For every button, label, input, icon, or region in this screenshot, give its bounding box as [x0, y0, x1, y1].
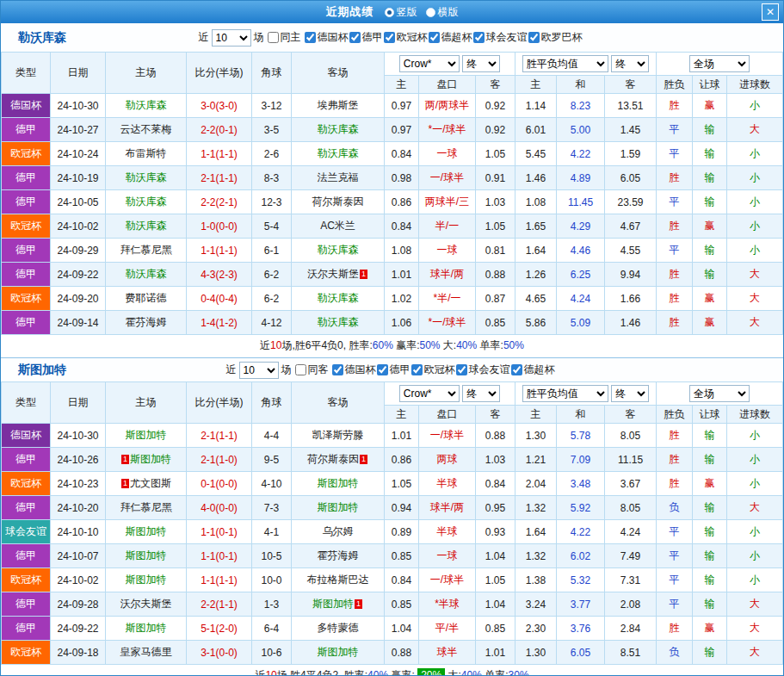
asian-odds-filter-cell: Crow* 终 — [385, 382, 515, 406]
same-side-checkbox[interactable]: 同客 — [294, 363, 329, 377]
league-checkbox[interactable]: 德甲 — [349, 30, 383, 45]
recent-count-select[interactable]: 10 — [239, 362, 279, 379]
scope-select[interactable]: 全场 — [689, 385, 750, 402]
recent-count-select[interactable]: 10 — [212, 29, 251, 47]
league-checkbox-input[interactable] — [349, 32, 361, 43]
league-checkbox[interactable]: 德超杯 — [428, 30, 472, 45]
corner-cell: 5-4 — [252, 214, 292, 239]
league-checkbox[interactable]: 球会友谊 — [472, 30, 528, 45]
team-link: 斯图加特 — [318, 477, 359, 489]
result-cell: 胜 — [657, 311, 693, 335]
euro-draw-odds-cell: 6.05 — [557, 641, 605, 665]
league-checkbox-input[interactable] — [528, 32, 540, 43]
result-cell: 胜 — [657, 263, 693, 287]
handicap-cell: 一/球半 — [419, 424, 476, 448]
asian-away-odds-cell: 0.95 — [476, 496, 515, 520]
col-header-asian-away: 客 — [476, 406, 515, 424]
league-checkbox-input[interactable] — [305, 32, 316, 43]
layout-radio-0[interactable]: 竖版 — [385, 5, 417, 20]
summary-segment: 大: — [441, 339, 457, 351]
handicap-result-cell: 输 — [693, 592, 727, 617]
scope-select[interactable]: 全场 — [689, 55, 750, 72]
league-checkbox-input[interactable] — [384, 32, 395, 43]
league-checkbox[interactable]: 德甲 — [376, 363, 411, 377]
league-checkbox[interactable]: 德国杯 — [304, 30, 349, 45]
league-checkbox-input[interactable] — [511, 364, 522, 375]
euro-draw-odds-cell: 4.89 — [557, 166, 605, 190]
result-cell: 胜 — [657, 166, 693, 190]
asian-stage-select[interactable]: 终 — [462, 385, 500, 402]
asian-home-odds-cell: 0.84 — [385, 214, 419, 239]
result-cell: 平 — [657, 592, 693, 617]
euro-stage-select[interactable]: 终 — [611, 385, 649, 402]
goals-result-cell: 小 — [727, 544, 783, 568]
same-side-checkbox-input[interactable] — [295, 364, 306, 375]
league-filters: 德国杯德甲欧冠杯球会友谊德超杯 — [331, 363, 555, 378]
euro-away-odds-cell: 11.15 — [605, 448, 657, 472]
league-checkbox-input[interactable] — [411, 364, 423, 375]
corner-cell: 10-6 — [252, 641, 292, 665]
col-header-type: 类型 — [2, 53, 51, 94]
match-row: 欧冠杯24-10-02勒沃库森1-0(0-0)5-4AC米兰0.84半/一1.0… — [2, 214, 783, 239]
match-type-cell: 德甲 — [2, 190, 51, 214]
asian-away-odds-cell: 0.87 — [476, 287, 515, 311]
home-team-cell: 斯图加特 — [106, 424, 187, 448]
col-header-euro-away: 客 — [605, 76, 657, 94]
match-date-cell: 24-10-07 — [51, 544, 106, 568]
away-team-cell: 法兰克福 — [292, 166, 385, 190]
away-team-cell: 沃尔夫斯堡1 — [292, 263, 385, 287]
summary-segment: 40% — [461, 669, 482, 676]
goals-result-cell: 大 — [727, 287, 783, 311]
team-name: 斯图加特 — [18, 363, 66, 378]
league-checkbox-input[interactable] — [456, 364, 467, 375]
result-cell: 平 — [657, 520, 693, 544]
asian-stage-select[interactable]: 终 — [462, 55, 500, 72]
score-cell: 1-1(1-1) — [187, 239, 252, 263]
euro-avg-select[interactable]: 胜平负均值 — [522, 55, 608, 72]
league-checkbox-input[interactable] — [377, 364, 388, 375]
euro-draw-odds-cell: 5.32 — [557, 568, 605, 592]
asian-away-odds-cell: 0.91 — [476, 166, 515, 190]
goals-result-cell: 小 — [727, 472, 783, 496]
league-checkbox-input[interactable] — [473, 32, 485, 43]
euro-home-odds-cell: 1.30 — [515, 424, 557, 448]
league-label: 德国杯 — [318, 30, 349, 45]
score-cell: 2-1(1-0) — [187, 448, 252, 472]
same-side-checkbox[interactable]: 同主 — [267, 30, 301, 45]
match-date-cell: 24-10-19 — [51, 166, 106, 190]
goals-result-cell: 大 — [727, 592, 783, 617]
col-header-corner: 角球 — [252, 382, 292, 424]
league-checkbox[interactable]: 欧冠杯 — [411, 363, 455, 377]
layout-radio-1[interactable]: 横版 — [426, 5, 459, 20]
match-row: 德甲24-09-28沃尔夫斯堡2-2(1-1)1-3斯图加特10.85*半球1.… — [2, 592, 783, 617]
summary-segment: 40% — [456, 339, 477, 351]
close-button[interactable]: ✕ — [762, 3, 779, 21]
league-checkbox[interactable]: 德超杯 — [510, 363, 555, 377]
score-cell: 5-1(2-0) — [187, 617, 252, 641]
league-checkbox[interactable]: 德国杯 — [331, 363, 376, 377]
team-header: 勒沃库森 近 10 场 同主 德国杯德甲欧冠杯德超杯球会友谊欧罗巴杯 — [1, 23, 783, 52]
league-checkbox-input[interactable] — [429, 32, 440, 43]
euro-avg-select[interactable]: 胜平负均值 — [522, 385, 608, 402]
team-link: 勒沃库森 — [318, 316, 359, 328]
scope-filter-cell: 全场 — [657, 382, 783, 406]
euro-away-odds-cell: 2.84 — [605, 617, 657, 641]
league-checkbox[interactable]: 球会友谊 — [455, 363, 510, 377]
league-checkbox[interactable]: 欧冠杯 — [383, 30, 428, 45]
team-link: 斯图加特 — [318, 501, 359, 513]
handicap-result-cell: 赢 — [693, 472, 727, 496]
goals-result-cell: 大 — [727, 311, 783, 335]
same-side-checkbox-input[interactable] — [268, 32, 279, 43]
euro-away-odds-cell: 23.59 — [605, 190, 657, 214]
team-link: 勒沃库森 — [318, 123, 359, 135]
odds-company-select[interactable]: Crow* — [399, 385, 460, 402]
odds-company-select[interactable]: Crow* — [399, 55, 460, 72]
league-label: 欧冠杯 — [424, 363, 455, 377]
league-checkbox[interactable]: 欧罗巴杯 — [528, 30, 583, 45]
team-link: 尤文图斯 — [130, 477, 171, 489]
match-type-cell: 欧冠杯 — [2, 287, 51, 311]
goals-result-cell: 小 — [727, 190, 783, 214]
league-checkbox-input[interactable] — [332, 364, 343, 375]
euro-stage-select[interactable]: 终 — [611, 55, 649, 72]
corner-cell: 4-1 — [252, 520, 292, 544]
